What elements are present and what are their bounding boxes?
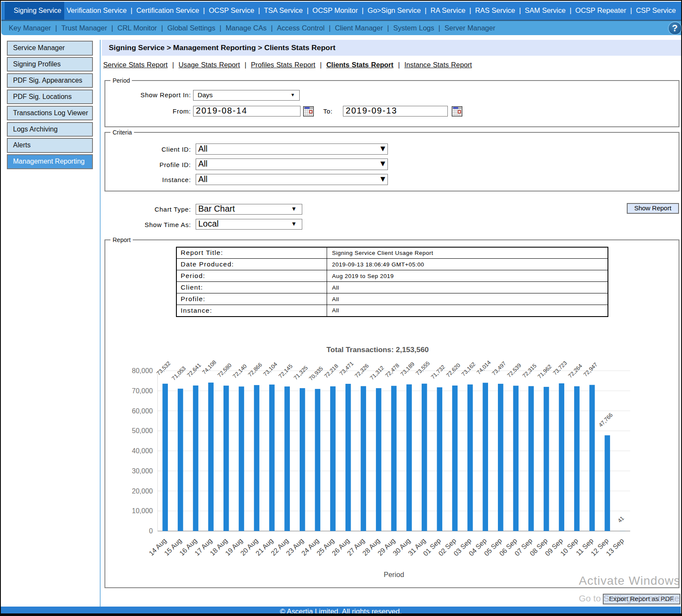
svg-text:72,641: 72,641 [186,362,203,379]
svg-text:73,189: 73,189 [399,361,416,377]
svg-text:10,000: 10,000 [132,507,153,514]
svg-text:40,000: 40,000 [132,447,153,455]
svg-text:71,053: 71,053 [170,365,187,382]
svg-text:71,312: 71,312 [369,365,385,381]
svg-text:41: 41 [616,515,625,524]
svg-text:60,000: 60,000 [132,407,153,415]
svg-text:74,108: 74,108 [201,359,217,376]
svg-text:73,104: 73,104 [262,361,279,377]
svg-text:71,325: 71,325 [292,365,309,381]
svg-text:0: 0 [149,527,153,535]
svg-text:71,962: 71,962 [536,363,553,380]
svg-text:47,766: 47,766 [597,412,614,428]
svg-text:74,014: 74,014 [475,359,492,376]
svg-text:73,497: 73,497 [491,360,507,377]
svg-text:70,935: 70,935 [308,365,325,382]
svg-text:72,145: 72,145 [277,363,294,380]
svg-text:80,000: 80,000 [132,367,153,374]
svg-text:50,000: 50,000 [132,427,153,434]
svg-text:Period: Period [384,571,404,578]
svg-text:72,140: 72,140 [232,363,248,380]
svg-text:71,732: 71,732 [430,364,447,380]
svg-text:73,471: 73,471 [338,360,355,377]
svg-text:72,620: 72,620 [445,362,462,379]
svg-text:73,532: 73,532 [155,360,172,377]
svg-text:72,580: 72,580 [216,362,233,379]
svg-text:72,478: 72,478 [384,362,401,379]
svg-text:72,866: 72,866 [247,362,263,378]
svg-text:72,947: 72,947 [582,361,599,378]
svg-text:73,555: 73,555 [414,360,431,377]
svg-text:73,162: 73,162 [460,361,477,377]
svg-text:72,218: 72,218 [323,363,340,380]
svg-text:30,000: 30,000 [132,467,153,475]
svg-text:73,723: 73,723 [551,360,568,377]
svg-text:70,000: 70,000 [132,387,153,395]
svg-text:Total Transactions: 2,153,560: Total Transactions: 2,153,560 [327,345,429,354]
svg-text:72,539: 72,539 [506,362,523,379]
svg-text:20,000: 20,000 [132,487,153,495]
